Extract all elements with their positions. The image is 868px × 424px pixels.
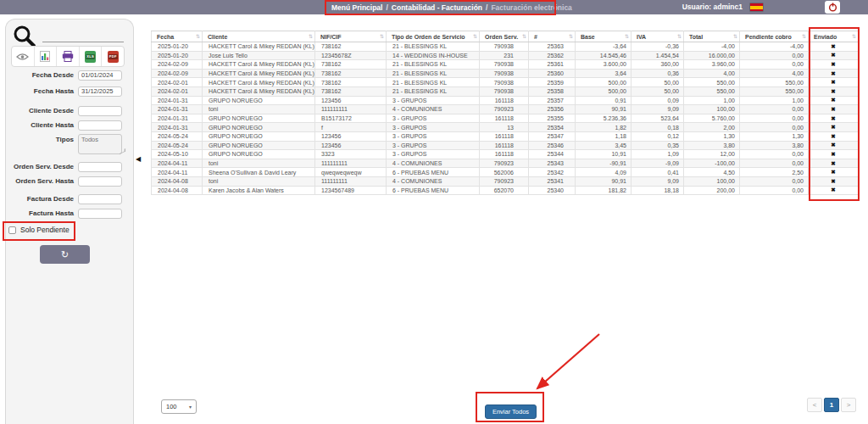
print-button[interactable] (57, 47, 80, 66)
table-row[interactable]: 2024-05-10GRUPO NORUEGO33233 - GRUPOS161… (152, 150, 859, 159)
sort-icon[interactable]: ⇅ (802, 33, 806, 39)
table-row[interactable]: 2024-01-31toni1111111114 - COMUNIONES790… (152, 105, 859, 114)
cell-cliente: Karen Jacobs & Alan Waters (203, 186, 315, 195)
table-row[interactable]: 2024-02-01HACKETT Carol & Mikey REDDAN (… (152, 78, 859, 87)
table-row[interactable]: 2024-02-09HACKETT Carol & Mikey REDDAN (… (152, 69, 859, 78)
factura-hasta-input[interactable] (78, 209, 122, 219)
fecha-hasta-input[interactable] (78, 86, 122, 97)
pagination-next-button[interactable]: > (841, 398, 856, 412)
table-row[interactable]: 2025-01-20HACKETT Carol & Mikey REDDAN (… (152, 42, 859, 52)
field-row-orden-desde: Orden Serv. Desde (0, 161, 129, 172)
sort-icon[interactable]: ⇅ (522, 33, 526, 39)
refresh-button[interactable]: ↻ (40, 245, 90, 264)
pagination-page-1[interactable]: 1 (824, 398, 839, 412)
column-header-iva[interactable]: IVA⇅ (632, 31, 684, 42)
collapse-sidebar-icon[interactable]: ◀ (136, 155, 141, 163)
cell-fecha: 2024-02-01 (152, 86, 203, 96)
column-header-nif-cif[interactable]: NIF/CIF⇅ (315, 31, 387, 42)
spain-flag-icon[interactable] (750, 3, 763, 11)
cell-pendiente: 4,00 (740, 69, 809, 78)
table-row[interactable]: 2024-05-24GRUPO NORUEGO1234563 - GRUPOS1… (152, 131, 859, 141)
table-row[interactable]: 2024-02-09HACKETT Carol & Mikey REDDAN (… (152, 60, 859, 70)
orden-serv-desde-input[interactable] (78, 162, 122, 172)
sort-icon[interactable]: ⇅ (677, 33, 682, 39)
enviado-x-icon[interactable]: ✖ (809, 176, 859, 186)
enviado-x-icon[interactable]: ✖ (809, 131, 859, 141)
export-pdf-button[interactable]: PDF (102, 47, 124, 66)
tipos-textarea[interactable] (78, 134, 122, 154)
export-xls-button[interactable]: XLS (80, 47, 103, 66)
cell-base: 90,91 (576, 105, 632, 114)
table-row[interactable]: 2024-04-08Karen Jacobs & Alan Waters1234… (152, 186, 859, 195)
solo-pendiente-checkbox[interactable] (8, 226, 16, 234)
cell-fecha: 2025-01-20 (152, 51, 203, 60)
table-row[interactable]: 2025-01-20Jose Luis Tello12345678Z14 - W… (152, 51, 859, 60)
cell-iva: 0,41 (632, 168, 684, 177)
breadcrumb-item-menu[interactable]: Menú Principal (331, 3, 382, 12)
enviado-x-icon[interactable]: ✖ (809, 150, 859, 159)
orden-serv-hasta-input[interactable] (78, 176, 122, 187)
enviado-x-icon[interactable]: ✖ (809, 51, 859, 60)
enviado-x-icon[interactable]: ✖ (809, 123, 859, 132)
enviado-x-icon[interactable]: ✖ (809, 159, 859, 168)
sort-icon[interactable]: ⇅ (625, 33, 629, 39)
enviado-x-icon[interactable]: ✖ (809, 114, 859, 123)
enviado-x-icon[interactable]: ✖ (809, 186, 859, 195)
sort-icon[interactable]: ⇅ (852, 33, 856, 39)
logout-button[interactable] (825, 1, 840, 14)
enviado-x-icon[interactable]: ✖ (809, 69, 859, 78)
search-input[interactable] (42, 31, 124, 42)
sort-icon[interactable]: ⇅ (380, 33, 384, 39)
cell-tipo: 21 - BLESSINGS KL (387, 78, 480, 87)
cliente-hasta-input[interactable] (78, 120, 122, 131)
page-size-select[interactable]: 100 ▾ (161, 399, 197, 414)
pagination-prev-button[interactable]: < (807, 398, 822, 412)
table-row[interactable]: 2024-04-11Sheena O'Sullivan & David Lear… (152, 168, 859, 177)
cell-nif: 738162 (315, 60, 387, 70)
enviado-x-icon[interactable]: ✖ (809, 86, 859, 96)
column-header-enviado[interactable]: Enviado⇅ (809, 31, 859, 42)
table-row[interactable]: 2024-04-08toni1111111114 - COMUNIONES790… (152, 176, 859, 186)
sort-icon[interactable]: ⇅ (473, 33, 477, 39)
cell-nif: 111111111 (315, 105, 387, 114)
flag-stripe (750, 9, 763, 12)
column-header-pendiente-cobro[interactable]: Pendiente cobro⇅ (740, 31, 809, 42)
enviado-x-icon[interactable]: ✖ (809, 141, 859, 150)
column-header-orden-serv-[interactable]: Orden Serv.⇅ (480, 31, 529, 42)
table-row[interactable]: 2024-01-31GRUPO NORUEGOB151731723 - GRUP… (152, 114, 859, 123)
table-row[interactable]: 2024-05-24GRUPO NORUEGO1234563 - GRUPOS1… (152, 141, 859, 150)
factura-desde-input[interactable] (78, 194, 122, 204)
sort-icon[interactable]: ⇅ (569, 33, 573, 39)
enviado-x-icon[interactable]: ✖ (809, 60, 859, 70)
cliente-desde-input[interactable] (78, 106, 122, 116)
stats-button[interactable] (35, 47, 58, 66)
table-row[interactable]: 2024-04-11toni1111111114 - COMUNIONES790… (152, 159, 859, 168)
column-header-total[interactable]: Total⇅ (684, 31, 740, 42)
enviado-x-icon[interactable]: ✖ (809, 42, 859, 52)
column-header-base[interactable]: Base⇅ (576, 31, 632, 42)
table-row[interactable]: 2024-01-31GRUPO NORUEGOf3 - GRUPOS132535… (152, 123, 859, 132)
table-row[interactable]: 2024-01-31GRUPO NORUEGO1234563 - GRUPOS1… (152, 96, 859, 105)
cell-nif: 111111111 (315, 176, 387, 186)
column-header-fecha[interactable]: Fecha⇅ (152, 31, 203, 42)
cell-pendiente: 0,00 (740, 60, 809, 70)
sort-icon[interactable]: ⇅ (309, 33, 313, 39)
column-header-cliente[interactable]: Cliente⇅ (203, 31, 315, 42)
cell-total: 1,00 (684, 96, 740, 105)
cell-nif: 738162 (315, 42, 387, 52)
enviado-x-icon[interactable]: ✖ (809, 105, 859, 114)
breadcrumb-item-contabilidad[interactable]: Contabilidad - Facturación (392, 3, 482, 12)
table-row[interactable]: 2024-02-01HACKETT Carol & Mikey REDDAN (… (152, 86, 859, 96)
sort-icon[interactable]: ⇅ (733, 33, 737, 39)
send-all-button[interactable]: Enviar Todos (485, 404, 537, 419)
fecha-desde-input[interactable] (78, 70, 122, 81)
field-row-fecha-hasta: Fecha Hasta (0, 86, 129, 97)
column-header-tipo-de-orden-de-servicio[interactable]: Tipo de Orden de Servicio⇅ (387, 31, 480, 42)
column-header--[interactable]: #⇅ (529, 31, 576, 42)
page: Menú Principal / Contabilidad - Facturac… (0, 0, 868, 424)
enviado-x-icon[interactable]: ✖ (809, 168, 859, 177)
enviado-x-icon[interactable]: ✖ (809, 96, 859, 105)
view-button[interactable] (12, 47, 35, 66)
sort-icon[interactable]: ⇅ (196, 33, 200, 39)
enviado-x-icon[interactable]: ✖ (809, 78, 859, 87)
